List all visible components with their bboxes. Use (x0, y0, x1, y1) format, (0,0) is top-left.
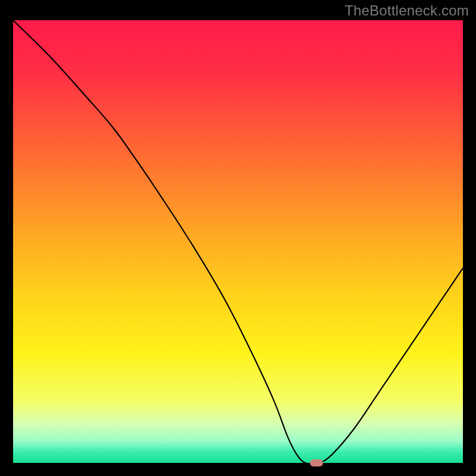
watermark-text: TheBottleneck.com (345, 2, 469, 19)
gradient-background (13, 20, 463, 463)
plot-svg (13, 20, 463, 463)
chart-frame: TheBottleneck.com (0, 0, 476, 476)
plot-area (13, 20, 463, 463)
optimal-marker (310, 459, 323, 466)
